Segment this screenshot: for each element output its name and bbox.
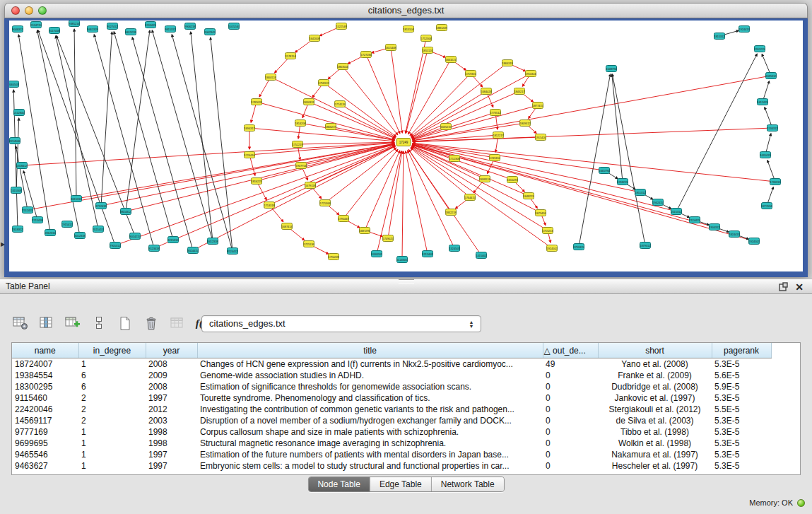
cell-pagerank[interactable]: 5.3E-5	[712, 460, 771, 472]
table-row[interactable]: 946362711997Embryonic stem cells: a mode…	[12, 460, 771, 472]
cell-title[interactable]: Structural magnetic resonance image aver…	[197, 438, 543, 449]
cell-year[interactable]: 1997	[146, 392, 197, 404]
graph-edge[interactable]	[402, 151, 404, 259]
graph-edge[interactable]	[191, 32, 213, 241]
cell-year[interactable]: 2008	[146, 381, 197, 392]
cell-in_degree[interactable]: 6	[78, 370, 146, 381]
cell-in_degree[interactable]: 1	[78, 438, 146, 449]
graph-edge[interactable]	[343, 149, 398, 218]
graph-edge[interactable]	[300, 123, 394, 141]
cell-out_degree[interactable]: 0	[543, 381, 598, 392]
column-header-in_degree[interactable]: in_degree	[78, 343, 146, 358]
window-titlebar[interactable]: citations_edges.txt	[4, 3, 808, 18]
cell-title[interactable]: Estimation of the future numbers of pati…	[197, 449, 543, 460]
graph-edge[interactable]	[413, 144, 604, 170]
cell-year[interactable]: 1997	[146, 449, 197, 460]
graph-edge[interactable]	[388, 151, 402, 238]
cell-out_degree[interactable]: 0	[543, 426, 598, 438]
cell-year[interactable]: 2003	[146, 415, 197, 426]
cell-name[interactable]: 9465546	[12, 449, 78, 460]
cell-out_degree[interactable]: 0	[543, 415, 598, 426]
tab-network-table[interactable]: Network Table	[432, 477, 504, 491]
cell-pagerank[interactable]: 5.6E-5	[712, 370, 771, 381]
new-table-button[interactable]	[10, 313, 31, 334]
table-row[interactable]: 911546021997Tourette syndrome. Phenomeno…	[12, 392, 771, 404]
cell-in_degree[interactable]: 2	[78, 404, 146, 415]
cell-in_degree[interactable]: 6	[78, 381, 146, 392]
graph-edge[interactable]	[413, 128, 772, 142]
import-table-button[interactable]	[62, 313, 83, 334]
cell-name[interactable]: 9115460	[12, 392, 78, 404]
cell-out_degree[interactable]: 0	[543, 460, 598, 472]
cell-out_degree[interactable]: 0	[543, 449, 598, 460]
graph-edge[interactable]	[411, 63, 507, 136]
column-header-short[interactable]: short	[598, 343, 712, 358]
graph-edge[interactable]	[365, 151, 400, 230]
cell-in_degree[interactable]: 2	[78, 392, 146, 404]
cell-short[interactable]: de Silva et al. (2003)	[598, 415, 712, 426]
table-row[interactable]: 1872400712008Changes of HCN gene express…	[12, 358, 771, 370]
cell-title[interactable]: Estimation of significance thresholds fo…	[197, 381, 543, 392]
cell-short[interactable]: Jankovic et al. (1997)	[598, 392, 712, 404]
network-canvas[interactable]: 1724916154081727284186350417581221690331…	[9, 21, 803, 271]
cell-name[interactable]: 9699695	[12, 438, 78, 449]
tab-node-table[interactable]: Node Table	[308, 477, 370, 491]
graph-edge[interactable]	[38, 30, 115, 245]
show-column-button[interactable]	[36, 313, 57, 334]
cell-year[interactable]: 1998	[146, 426, 197, 438]
cell-in_degree[interactable]: 1	[78, 358, 146, 370]
table-row[interactable]: 977716911998Corpus callosum shape and si…	[12, 426, 771, 438]
graph-edge[interactable]	[325, 148, 396, 203]
cell-out_degree[interactable]: 0	[543, 404, 598, 415]
graph-edge[interactable]	[115, 145, 395, 245]
cell-pagerank[interactable]: 5.3E-5	[712, 415, 771, 426]
cell-title[interactable]: Investigating the contribution of common…	[197, 404, 543, 415]
cell-name[interactable]: 18724007	[12, 358, 78, 370]
cell-title[interactable]: Corpus callosum shape and size in male p…	[197, 426, 543, 438]
cell-name[interactable]: 18300295	[12, 381, 78, 392]
graph-edge[interactable]	[411, 74, 531, 138]
cell-short[interactable]: Dudbridge et al. (2008)	[598, 381, 712, 392]
cell-in_degree[interactable]: 1	[78, 460, 146, 472]
table-row[interactable]: 969969511998Structural magnetic resonanc…	[12, 438, 771, 449]
graph-edge[interactable]	[612, 74, 623, 182]
cell-in_degree[interactable]: 2	[78, 415, 146, 426]
graph-edge[interactable]	[343, 66, 398, 135]
zoom-window-button[interactable]	[38, 6, 47, 15]
cell-year[interactable]: 2008	[146, 358, 197, 370]
column-header-name[interactable]: name	[12, 343, 78, 358]
table-row[interactable]: 1830029562008Estimation of significance …	[12, 381, 771, 392]
float-panel-icon[interactable]	[779, 282, 788, 291]
row-merge-button[interactable]	[88, 313, 110, 334]
table-row[interactable]: 946554611997Estimation of the future num…	[12, 449, 771, 460]
graph-edge[interactable]	[309, 102, 395, 139]
attribute-table[interactable]: namein_degreeyeartitle△ out_de...shortpa…	[11, 342, 801, 475]
table-select-combo[interactable]: citations_edges.txt ▲▼	[201, 315, 481, 332]
cell-short[interactable]: Hescheler et al. (1997)	[598, 460, 712, 472]
cell-name[interactable]: 22420046	[12, 404, 78, 415]
graph-edge[interactable]	[257, 102, 394, 140]
rename-table-button[interactable]	[167, 313, 188, 334]
cell-pagerank[interactable]: 5.3E-5	[712, 358, 771, 370]
close-panel-icon[interactable]: ✕	[795, 280, 804, 294]
cell-title[interactable]: Disruption of a novel member of a sodium…	[197, 415, 543, 426]
delete-table-button[interactable]	[141, 313, 162, 334]
combo-stepper-icon[interactable]: ▲▼	[466, 318, 476, 330]
cell-short[interactable]: Wolkin et al. (1998)	[598, 438, 712, 449]
graph-edge[interactable]	[154, 146, 395, 248]
collapse-panel-arrow-icon[interactable]: ▶	[1, 241, 5, 247]
cell-year[interactable]: 1998	[146, 438, 197, 449]
graph-edge[interactable]	[101, 32, 112, 206]
cell-year[interactable]: 2009	[146, 370, 197, 381]
column-header-out_degree[interactable]: △ out_de...	[543, 343, 598, 358]
cell-short[interactable]: Franke et al. (2009)	[598, 370, 712, 381]
cell-name[interactable]: 19384554	[12, 370, 78, 381]
minimize-window-button[interactable]	[25, 6, 33, 15]
cell-pagerank[interactable]: 5.3E-5	[712, 438, 771, 449]
cell-out_degree[interactable]: 0	[543, 370, 598, 381]
graph-edge[interactable]	[152, 30, 213, 241]
graph-edge[interactable]	[412, 146, 541, 213]
cell-name[interactable]: 9463627	[12, 460, 78, 472]
cell-out_degree[interactable]: 0	[543, 438, 598, 449]
graph-edge[interactable]	[211, 37, 233, 251]
